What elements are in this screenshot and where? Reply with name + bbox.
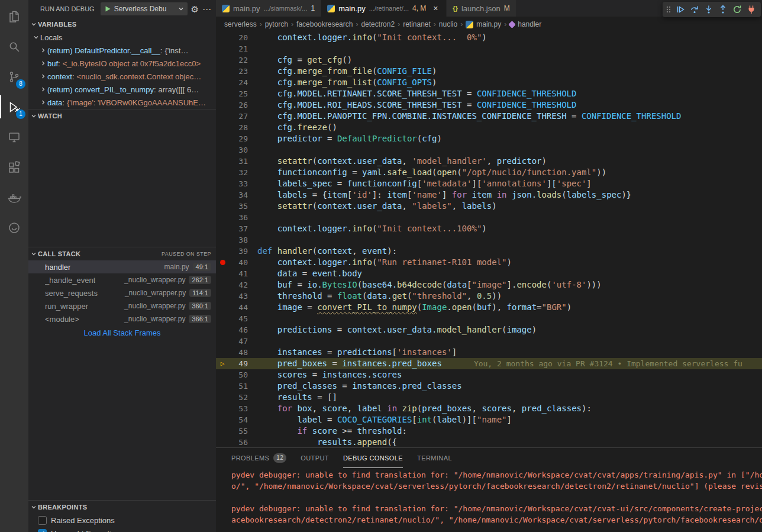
code-line-45[interactable]: 45 bbox=[216, 313, 762, 324]
activity-item-plugin-circle[interactable] bbox=[0, 212, 28, 243]
gutter-glyph-margin[interactable] bbox=[216, 246, 229, 257]
code-line-50[interactable]: 50 scores = instances.scores bbox=[216, 369, 762, 381]
continue-button[interactable] bbox=[673, 2, 687, 17]
gutter-glyph-margin[interactable] bbox=[216, 133, 229, 144]
activity-item-remote-explorer[interactable] bbox=[0, 122, 28, 152]
gutter-glyph-margin[interactable] bbox=[216, 212, 229, 223]
code-line-41[interactable]: 41 data = event.body bbox=[216, 268, 762, 279]
variable-row[interactable]: data:{'image': 'iVBORw0KGgoAAAANSUhE… bbox=[28, 96, 216, 109]
gutter-glyph-margin[interactable] bbox=[216, 223, 229, 234]
gutter-glyph-margin[interactable] bbox=[216, 99, 229, 111]
toolbar-drag-handle-icon[interactable] bbox=[665, 5, 672, 14]
panel-tab-output[interactable]: OUTPUT bbox=[301, 448, 329, 468]
code-line-26[interactable]: 26 cfg.MODEL.ROI_HEADS.SCORE_THRESH_TEST… bbox=[216, 99, 762, 111]
code-line-51[interactable]: 51 pred_classes = instances.pred_classes bbox=[216, 381, 762, 392]
code-line-33[interactable]: 33 labels_spec = functionconfig['metadat… bbox=[216, 178, 762, 189]
gutter-glyph-margin[interactable] bbox=[216, 122, 229, 133]
stack-frame-row[interactable]: serve_requests_nuclio_wrapper.py114:1 bbox=[28, 286, 216, 299]
code-line-29[interactable]: 29 predictor = DefaultPredictor(cfg) bbox=[216, 133, 762, 144]
gutter-glyph-margin[interactable] bbox=[216, 257, 229, 268]
gutter-glyph-margin[interactable] bbox=[216, 291, 229, 302]
breakpoint-row[interactable]: ✓Uncaught Exceptions bbox=[28, 527, 216, 532]
stack-frame-row[interactable]: _handle_event_nuclio_wrapper.py262:1 bbox=[28, 273, 216, 286]
breakpoint-dot[interactable] bbox=[220, 260, 225, 265]
variable-row[interactable]: context:<nuclio_sdk.context.Context obje… bbox=[28, 70, 216, 83]
breakpoint-row[interactable]: Raised Exceptions bbox=[28, 514, 216, 527]
code-line-36[interactable]: 36 bbox=[216, 212, 762, 223]
code-line-46[interactable]: 46 predictions = context.user_data.model… bbox=[216, 324, 762, 336]
code-line-27[interactable]: 27 cfg.MODEL.PANOPTIC_FPN.COMBINE.INSTAN… bbox=[216, 111, 762, 122]
gutter-glyph-margin[interactable] bbox=[216, 156, 229, 167]
gutter-glyph-margin[interactable] bbox=[216, 392, 229, 403]
code-line-28[interactable]: 28 cfg.freeze() bbox=[216, 122, 762, 133]
activity-item-docker[interactable] bbox=[0, 182, 28, 212]
load-all-stack-frames-link[interactable]: Load All Stack Frames bbox=[28, 328, 216, 337]
variables-scope-locals[interactable]: Locals bbox=[28, 31, 216, 44]
gutter-glyph-margin[interactable] bbox=[216, 201, 229, 212]
restart-button[interactable] bbox=[730, 2, 744, 17]
code-line-44[interactable]: 44 image = convert_PIL_to_numpy(Image.op… bbox=[216, 302, 762, 313]
gutter-glyph-margin[interactable]: ▷ bbox=[216, 358, 229, 369]
stack-frame-row[interactable]: handlermain.py49:1 bbox=[28, 260, 216, 273]
stack-frame-row[interactable]: <module>_nuclio_wrapper.py366:1 bbox=[28, 312, 216, 325]
step-over-button[interactable] bbox=[687, 2, 702, 17]
gutter-glyph-margin[interactable] bbox=[216, 111, 229, 122]
gutter-glyph-margin[interactable] bbox=[216, 32, 229, 43]
gutter-glyph-margin[interactable] bbox=[216, 279, 229, 291]
code-line-55[interactable]: 55 if score >= threshold: bbox=[216, 425, 762, 437]
code-line-35[interactable]: 35 setattr(context.user_data, "labels", … bbox=[216, 201, 762, 212]
code-line-52[interactable]: 52 results = [] bbox=[216, 392, 762, 403]
code-line-24[interactable]: 24 cfg.merge_from_list(CONFIG_OPTS) bbox=[216, 77, 762, 88]
variables-section-header[interactable]: VARIABLES bbox=[28, 18, 216, 31]
disconnect-button[interactable] bbox=[744, 2, 758, 17]
breadcrumb-item-pytorch[interactable]: pytorch bbox=[265, 20, 288, 28]
gutter-glyph-margin[interactable] bbox=[216, 189, 229, 201]
code-line-37[interactable]: 37 context.logger.info("Init context...1… bbox=[216, 223, 762, 234]
debug-console-output[interactable]: pydev debugger: unable to find translati… bbox=[216, 468, 762, 532]
gutter-glyph-margin[interactable] bbox=[216, 234, 229, 246]
gutter-glyph-margin[interactable] bbox=[216, 88, 229, 99]
gutter-glyph-margin[interactable] bbox=[216, 336, 229, 347]
code-line-53[interactable]: 53 for box, score, label in zip(pred_box… bbox=[216, 403, 762, 414]
code-line-43[interactable]: 43 threshold = float(data.get("threshold… bbox=[216, 291, 762, 302]
activity-item-extensions[interactable] bbox=[0, 152, 28, 182]
panel-tab-terminal[interactable]: TERMINAL bbox=[417, 448, 452, 468]
code-line-21[interactable]: 21 bbox=[216, 43, 762, 54]
step-out-button[interactable] bbox=[716, 2, 730, 17]
code-line-47[interactable]: 47 bbox=[216, 336, 762, 347]
gutter-glyph-margin[interactable] bbox=[216, 66, 229, 77]
breadcrumb-item-serverless[interactable]: serverless bbox=[224, 20, 257, 28]
step-into-button[interactable] bbox=[702, 2, 716, 17]
code-line-48[interactable]: 48 instances = predictions['instances'] bbox=[216, 347, 762, 358]
code-line-23[interactable]: 23 cfg.merge_from_file(CONFIG_FILE) bbox=[216, 66, 762, 77]
code-line-30[interactable]: 30 bbox=[216, 144, 762, 156]
panel-tab-problems[interactable]: PROBLEMS12 bbox=[231, 448, 286, 468]
panel-tab-debug-console[interactable]: DEBUG CONSOLE bbox=[343, 448, 403, 468]
start-debugging-icon[interactable] bbox=[104, 5, 111, 12]
activity-item-source-control[interactable]: 8 bbox=[0, 62, 28, 92]
activity-item-search[interactable] bbox=[0, 31, 28, 62]
gutter-glyph-margin[interactable] bbox=[216, 302, 229, 313]
debug-config-dropdown[interactable]: Serverless Debu bbox=[101, 2, 188, 15]
code-line-31[interactable]: 31 setattr(context.user_data, 'model_han… bbox=[216, 156, 762, 167]
code-line-20[interactable]: 20 context.logger.info("Init context... … bbox=[216, 32, 762, 43]
code-editor[interactable]: 20 context.logger.info("Init context... … bbox=[216, 32, 762, 447]
code-line-40[interactable]: 40 context.logger.info("Run retinanet-R1… bbox=[216, 257, 762, 268]
gutter-glyph-margin[interactable] bbox=[216, 347, 229, 358]
code-line-25[interactable]: 25 cfg.MODEL.RETINANET.SCORE_THRESH_TEST… bbox=[216, 88, 762, 99]
gutter-glyph-margin[interactable] bbox=[216, 54, 229, 66]
gear-icon[interactable]: ⚙ bbox=[191, 5, 199, 14]
variable-row[interactable]: (return) convert_PIL_to_numpy:array([[[ … bbox=[28, 83, 216, 96]
gutter-glyph-margin[interactable] bbox=[216, 43, 229, 54]
code-line-38[interactable]: 38 bbox=[216, 234, 762, 246]
gutter-glyph-margin[interactable] bbox=[216, 144, 229, 156]
breakpoints-section-header[interactable]: BREAKPOINTS bbox=[28, 501, 216, 514]
variable-row[interactable]: buf:<_io.BytesIO object at 0x7f5a2dc1ecc… bbox=[28, 57, 216, 70]
editor-tab-1[interactable]: main.py.../retinanet/...4, M× bbox=[321, 0, 447, 17]
code-line-56[interactable]: 56 results.append({ bbox=[216, 437, 762, 447]
gutter-glyph-margin[interactable] bbox=[216, 167, 229, 178]
watch-section-header[interactable]: WATCH bbox=[28, 109, 216, 122]
activity-item-explorer[interactable] bbox=[0, 1, 28, 31]
code-line-39[interactable]: 39def handler(context, event): bbox=[216, 246, 762, 257]
gutter-glyph-margin[interactable] bbox=[216, 381, 229, 392]
